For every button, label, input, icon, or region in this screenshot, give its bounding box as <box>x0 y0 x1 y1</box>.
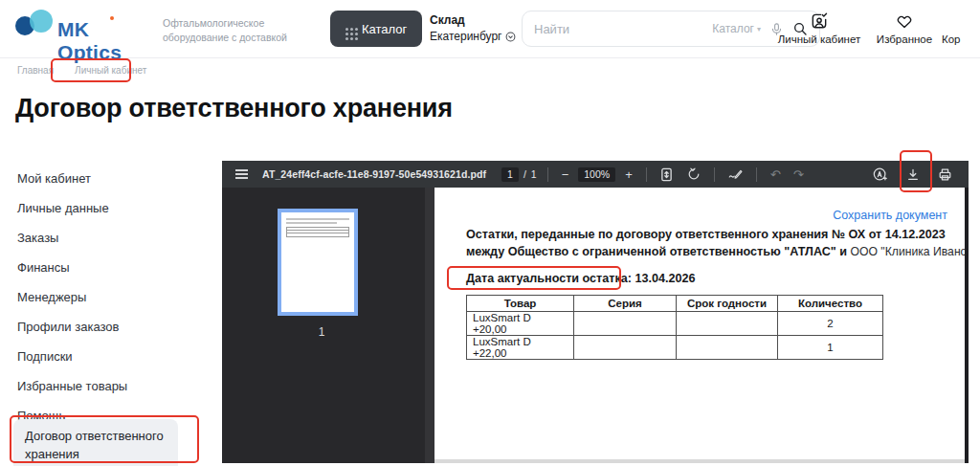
toolbar-separator <box>646 167 647 182</box>
account-label: Личный кабинет <box>775 33 863 45</box>
cell-series <box>574 312 677 336</box>
save-document-link[interactable]: Сохранить документ <box>833 209 947 222</box>
logo-circle-icon <box>30 10 53 33</box>
table-header-row: Товар Серия Срок годности Количество <box>467 296 883 312</box>
pdf-body: 1 Сохранить документ Остатки, переданные… <box>222 188 969 463</box>
chevron-down-icon: ▾ <box>757 25 761 33</box>
page-edge <box>434 459 965 463</box>
cell-expiry <box>677 312 778 336</box>
breadcrumb-current[interactable]: Личный кабинет <box>75 65 146 76</box>
cell-series <box>574 336 677 360</box>
print-button[interactable] <box>935 167 955 182</box>
pdf-page-separator: / <box>523 168 526 180</box>
sidebar-item-order-profiles[interactable]: Профили заказов <box>17 312 205 342</box>
catalog-button-label: Каталог <box>362 22 407 36</box>
sidebar-item-storage-contract-active[interactable]: Договор ответственного хранения <box>13 419 178 466</box>
cell-product: LuxSmart D +20,00 <box>467 312 574 336</box>
zoom-level[interactable]: 100% <box>578 167 615 182</box>
search-category-dropdown[interactable]: Каталог ▾ <box>712 22 761 35</box>
brand-logo[interactable]: MK Optics <box>15 10 159 50</box>
pen-scribble-icon <box>728 168 743 181</box>
download-button[interactable] <box>903 167 923 182</box>
pdf-page-thumbnail[interactable] <box>278 209 358 316</box>
tagline-line-1: Офтальмологическое <box>163 16 287 31</box>
pdf-page-input[interactable]: 1 <box>501 167 519 182</box>
page-title: Договор ответственного хранения <box>15 94 453 123</box>
page: MK Optics Офтальмологическое оборудовани… <box>0 0 980 466</box>
account-icon <box>810 11 829 31</box>
catalog-button[interactable]: Каталог <box>330 11 422 47</box>
toolbar-separator <box>714 167 715 182</box>
thumbnail-page-number: 1 <box>278 325 366 339</box>
col-header-quantity: Количество <box>778 296 883 312</box>
logo-orange-dot-icon <box>110 16 114 20</box>
search-category-label: Каталог <box>712 22 754 35</box>
pdf-page-total: 1 <box>531 168 537 180</box>
sidebar-item-managers[interactable]: Менеджеры <box>17 282 205 312</box>
warehouse-city: Екатеринбург <box>430 30 502 43</box>
annotation-a-plus-icon <box>873 166 888 182</box>
brand-name: MK Optics <box>57 18 159 64</box>
zoom-in-button[interactable]: + <box>622 167 635 182</box>
favorites-menu[interactable]: Избранное <box>872 11 937 45</box>
site-header: MK Optics Офтальмологическое оборудовани… <box>0 0 980 58</box>
rotate-icon <box>687 167 701 181</box>
toolbar-separator <box>756 167 757 182</box>
draw-annotate-button[interactable] <box>725 168 746 181</box>
pdf-menu-icon[interactable] <box>235 167 248 181</box>
rotate-button[interactable] <box>684 167 703 181</box>
doc-line-2-prefix: между Общество с ограниченной ответствен… <box>466 245 851 258</box>
account-sidebar: Мой кабинет Личные данные Заказы Финансы… <box>17 164 205 431</box>
toolbar-separator <box>547 167 548 182</box>
cell-quantity: 2 <box>778 312 883 336</box>
doc-line-2: между Общество с ограниченной ответствен… <box>466 245 965 258</box>
cart-label: Кор <box>942 33 980 45</box>
fit-page-icon <box>660 167 673 182</box>
sidebar-item-finance[interactable]: Финансы <box>17 253 205 282</box>
brand-tagline: Офтальмологическое оборудование с достав… <box>163 16 287 44</box>
doc-stock-date: Дата актуальности остатка: 13.04.2026 <box>466 272 695 285</box>
fit-page-button[interactable] <box>657 167 676 182</box>
pdf-thumbnail-panel: 1 <box>222 188 425 463</box>
col-header-product: Товар <box>467 296 574 312</box>
doc-client-name: ООО "Клиника Иванова И.И." <box>851 245 965 258</box>
pdf-scrollbar[interactable] <box>965 188 969 463</box>
breadcrumb-home[interactable]: Главная <box>17 65 54 76</box>
col-header-series: Серия <box>574 296 677 312</box>
download-icon <box>906 167 920 182</box>
chevron-down-circle-icon <box>505 32 516 42</box>
redo-button[interactable]: ↷ <box>791 167 807 182</box>
table-row: LuxSmart D +22,00 1 <box>467 336 883 360</box>
favorites-label: Избранное <box>872 33 937 45</box>
print-icon <box>938 167 952 182</box>
pdf-toolbar: AT_24eff4cf-acfe-11e8-9197-50e54931621d.… <box>222 161 969 188</box>
table-row: LuxSmart D +20,00 2 <box>467 312 883 336</box>
pdf-page-content: Сохранить документ Остатки, переданные п… <box>434 188 965 463</box>
cell-product: LuxSmart D +22,00 <box>467 336 574 360</box>
cell-expiry <box>677 336 778 360</box>
grid-menu-icon <box>345 28 348 31</box>
breadcrumb: ГлавнаяЛичный кабинет <box>17 65 146 76</box>
sidebar-item-favorite-products[interactable]: Избранные товары <box>17 371 205 401</box>
search-input[interactable] <box>534 22 703 36</box>
pdf-viewer: AT_24eff4cf-acfe-11e8-9197-50e54931621d.… <box>222 161 969 463</box>
pdf-filename: AT_24eff4cf-acfe-11e8-9197-50e54931621d.… <box>262 168 486 180</box>
panel-resizer[interactable] <box>425 188 434 463</box>
text-annotation-button[interactable] <box>870 166 891 182</box>
heart-icon <box>895 12 914 31</box>
tagline-line-2: оборудование с доставкой <box>163 31 287 45</box>
stock-table: Товар Серия Срок годности Количество Lux… <box>466 295 883 360</box>
sidebar-item-orders[interactable]: Заказы <box>17 223 205 253</box>
sidebar-item-subscriptions[interactable]: Подписки <box>17 342 205 371</box>
cell-quantity: 1 <box>778 336 883 360</box>
sidebar-item-my-cabinet[interactable]: Мой кабинет <box>17 164 205 193</box>
zoom-out-button[interactable]: − <box>559 167 572 182</box>
warehouse-selector[interactable]: Склад Екатеринбург <box>430 13 516 43</box>
doc-line-1: Остатки, переданные по договору ответств… <box>466 228 946 241</box>
sidebar-item-personal-data[interactable]: Личные данные <box>17 193 205 223</box>
cart-menu[interactable]: Кор <box>942 11 980 45</box>
col-header-expiry: Срок годности <box>677 296 778 312</box>
warehouse-label: Склад <box>430 13 516 27</box>
undo-button[interactable]: ↶ <box>768 167 784 182</box>
account-menu[interactable]: Личный кабинет <box>775 11 863 45</box>
